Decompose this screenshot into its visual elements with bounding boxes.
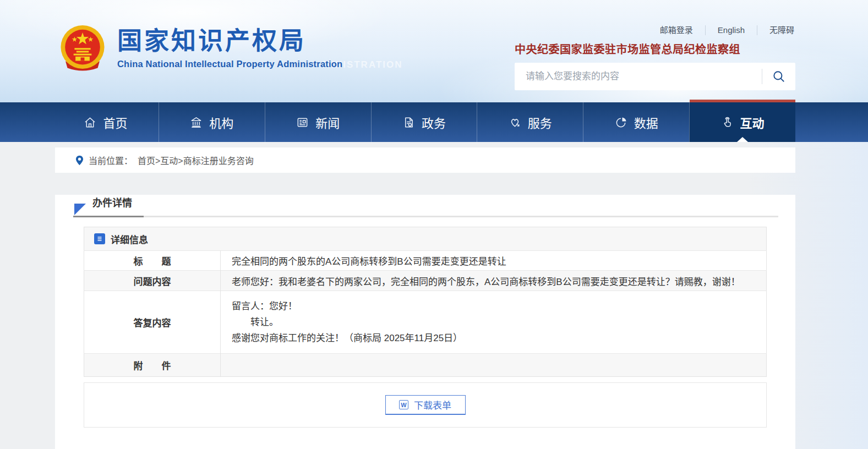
detail-table: 详细信息 标 题 完全相同的两个股东的A公司商标转移到B公司需要走变更还是转让 … [84, 227, 767, 377]
nav-item-label: 互动 [740, 113, 765, 131]
home-icon [84, 116, 96, 129]
row-label: 问题内容 [84, 271, 221, 291]
search-button[interactable] [762, 63, 795, 90]
row-value-title: 完全相同的两个股东的A公司商标转移到B公司需要走变更还是转让 [221, 251, 767, 271]
breadcrumb-prefix: 当前位置： [89, 154, 133, 167]
row-value-question: 老师您好：我和老婆名下的两家公司，完全相同的两个股东，A公司商标转移到B公司需要… [221, 271, 767, 291]
nav-item-data[interactable]: 数据 [583, 102, 689, 142]
location-pin-icon [75, 155, 84, 166]
answer-line: 感谢您对商标工作的关注！（商标局 2025年11月25日） [232, 330, 755, 346]
nav-item-government[interactable]: 政务 [371, 102, 477, 142]
download-button-label: 下载表单 [414, 398, 451, 412]
search-input[interactable] [526, 71, 762, 82]
table-row-question: 问题内容 老师您好：我和老婆名下的两家公司，完全相同的两个股东，A公司商标转移到… [84, 271, 767, 291]
nav-item-label: 新闻 [315, 113, 340, 131]
breadcrumb: 当前位置： 首页>互动>商标注册业务咨询 [55, 147, 795, 173]
section-title: 办件详情 [92, 198, 132, 209]
section-head: 办件详情 [73, 195, 778, 217]
nav-item-home[interactable]: 首页 [53, 102, 159, 142]
nav-item-service[interactable]: 服务 [477, 102, 583, 142]
table-row-answer: 答复内容 留言人：您好！ 转让。 感谢您对商标工作的关注！（商标局 2025年1… [84, 291, 767, 354]
data-pie-chart-icon [615, 116, 627, 129]
site-subtitle: China National Intellectual Property Adm… [117, 59, 342, 69]
site-logo[interactable]: 国家知识产权局 China National Intellectual Prop… [59, 24, 342, 74]
answer-line: 转让。 [232, 314, 755, 330]
download-section: W 下载表单 [84, 382, 767, 428]
row-label: 附 件 [84, 354, 221, 377]
nav-item-interact[interactable]: 互动 [689, 102, 795, 142]
interact-hand-icon [721, 116, 734, 129]
site-title: 国家知识产权局 [117, 28, 342, 55]
download-form-button[interactable]: W 下载表单 [385, 395, 466, 415]
nav-item-label: 首页 [103, 113, 127, 131]
nav-item-label: 政务 [422, 113, 446, 131]
news-icon [296, 116, 309, 129]
nav-item-news[interactable]: 新闻 [265, 102, 371, 142]
english-link[interactable]: English [705, 25, 757, 35]
accessibility-link[interactable]: 无障碍 [757, 25, 795, 35]
header-right: 邮箱登录 English 无障碍 中央纪委国家监委驻市场监管总局纪检监察组 [515, 25, 795, 90]
discipline-inspection-link[interactable]: 中央纪委国家监委驻市场监管总局纪检监察组 [515, 41, 795, 57]
detail-info-icon [94, 233, 105, 244]
row-value-attachment [221, 354, 767, 377]
site-header: MINISTRATION 国家知识产权局 China National Inte… [0, 0, 868, 102]
nav-item-label: 服务 [528, 113, 552, 131]
row-label: 标 题 [84, 251, 221, 271]
breadcrumb-path[interactable]: 首页>互动>商标注册业务咨询 [138, 154, 254, 167]
service-heart-icon [509, 116, 521, 129]
detail-card: 办件详情 详细信息 标 题 完全相同的两个股东的A [55, 195, 795, 449]
table-row-attachment: 附 件 [84, 354, 767, 377]
table-header-label: 详细信息 [111, 232, 148, 246]
nav-item-label: 数据 [634, 113, 658, 131]
institution-icon [190, 116, 203, 129]
answer-line: 留言人：您好！ [232, 298, 755, 314]
row-label: 答复内容 [84, 291, 221, 354]
table-row-title: 标 题 完全相同的两个股东的A公司商标转移到B公司需要走变更还是转让 [84, 251, 767, 271]
table-header-row: 详细信息 [84, 227, 767, 251]
mail-login-link[interactable]: 邮箱登录 [648, 25, 705, 35]
search-bar [515, 63, 795, 90]
word-doc-icon: W [399, 400, 408, 409]
search-icon [772, 69, 786, 84]
main-nav: 首页 机构 新闻 政务 [0, 102, 868, 142]
national-emblem-icon [59, 24, 106, 74]
nav-item-label: 机构 [209, 113, 233, 131]
top-links: 邮箱登录 English 无障碍 [515, 25, 795, 35]
nav-item-institution[interactable]: 机构 [159, 102, 265, 142]
gov-document-icon [402, 116, 415, 129]
row-value-answer: 留言人：您好！ 转让。 感谢您对商标工作的关注！（商标局 2025年11月25日… [221, 291, 767, 354]
